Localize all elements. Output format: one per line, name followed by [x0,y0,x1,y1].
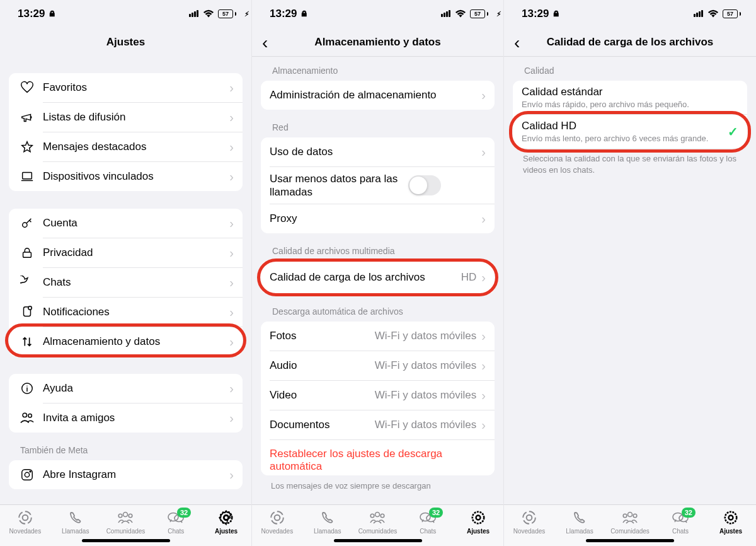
home-indicator[interactable] [334,539,422,542]
tab-comunidades[interactable]: Comunidades [605,509,655,535]
tab-chats[interactable]: Chats32 [151,509,201,535]
row-reset-autodownload[interactable]: Restablecer los ajustes de descarga auto… [261,440,495,475]
chevron-right-icon: › [229,110,234,125]
tab-chats[interactable]: Chats32 [655,509,706,535]
section-red: Red [252,110,503,137]
row-chats[interactable]: Chats › [9,268,243,297]
row-privacidad[interactable]: Privacidad › [9,238,243,267]
chevron-right-icon: › [481,145,486,160]
nav-header: Ajustes [0,28,251,57]
chevron-right-icon: › [229,468,234,482]
row-calidad-carga[interactable]: Calidad de carga de los archivos HD › [261,261,495,294]
svg-point-7 [28,414,32,418]
chevron-right-icon: › [229,140,234,154]
home-indicator[interactable] [82,539,170,542]
voice-note-footnote: Los mensajes de voz siempre se descargan [252,475,503,492]
row-destacados[interactable]: Mensajes destacados › [9,132,243,161]
chevron-right-icon: › [229,305,234,320]
battery-icon: ⚡︎57 [723,9,741,18]
phone-icon [572,509,587,526]
status-icon [269,509,285,526]
people-icon [18,411,37,425]
row-invita[interactable]: Invita a amigos › [9,404,243,433]
tab-llamadas[interactable]: Llamadas [302,509,353,535]
tab-ajustes[interactable]: Ajustes [706,509,756,535]
svg-point-4 [28,306,32,310]
back-button[interactable]: ‹ [509,32,525,54]
quality-footnote: Selecciona la calidad con la que se envi… [504,148,756,175]
tab-ajustes[interactable]: Ajustes [201,509,251,535]
row-favoritos[interactable]: Favoritos › [9,73,243,102]
tab-comunidades[interactable]: Comunidades [353,509,403,535]
laptop-icon [18,170,37,183]
wifi-icon [455,9,466,18]
row-usar-menos[interactable]: Usar menos datos para las llamadas [261,167,495,204]
lock-icon: 🔒︎ [49,9,56,18]
svg-point-14 [119,514,123,518]
row-administracion[interactable]: Administración de almacenamiento › [261,81,495,110]
community-icon [117,509,134,526]
check-icon: ✓ [728,124,738,139]
row-almacenamiento[interactable]: Almacenamiento y datos › [9,327,243,356]
chevron-right-icon: › [481,388,486,403]
section-almacenamiento: Almacenamiento [252,57,503,81]
screen-almacenamiento-datos: 13:29🔒︎ ⚡︎57 ‹ Almacenamiento y datos Al… [252,0,504,546]
chevron-right-icon: › [229,411,234,426]
key-icon [18,216,37,230]
row-audio[interactable]: AudioWi-Fi y datos móviles› [261,351,495,380]
wifi-icon [707,9,719,18]
bell-icon [18,305,37,319]
lock-icon: 🔒︎ [553,9,560,18]
row-dispositivos[interactable]: Dispositivos vinculados › [9,162,243,191]
signal-icon [694,8,704,20]
lock-icon [18,246,37,260]
back-button[interactable]: ‹ [257,32,273,54]
tab-novedades[interactable]: Novedades [252,509,302,535]
svg-point-32 [623,514,627,518]
row-listas[interactable]: Listas de difusión › [9,103,243,132]
row-ayuda[interactable]: Ayuda › [9,374,243,403]
status-bar: 13:29 🔒︎ ⚡︎ 57 [0,0,251,28]
status-icon [521,509,537,526]
svg-point-30 [527,515,532,521]
chats-badge: 32 [682,508,696,518]
svg-point-36 [725,512,736,523]
home-indicator[interactable] [586,539,674,542]
svg-point-19 [224,516,229,520]
row-video[interactable]: VideoWi-Fi y datos móviles› [261,381,495,410]
chevron-right-icon: › [229,276,234,290]
svg-point-28 [476,516,481,520]
row-uso-datos[interactable]: Uso de datos › [261,137,495,166]
signal-icon [189,8,199,20]
nav-header: ‹ Calidad de carga de los archivos [504,28,756,57]
row-calidad-estandar[interactable]: Calidad estándar Envío más rápido, pero … [513,81,747,114]
status-time: 13:29 [270,8,297,20]
chevron-right-icon: › [481,418,486,433]
chevron-right-icon: › [481,329,486,344]
row-instagram[interactable]: Abre Instagram › [9,460,243,489]
svg-point-13 [123,513,128,517]
chevron-right-icon: › [481,88,486,103]
svg-point-15 [129,514,133,518]
tab-ajustes[interactable]: Ajustes [453,509,503,535]
row-fotos[interactable]: FotosWi-Fi y datos móviles› [261,322,495,351]
tab-novedades[interactable]: Novedades [0,509,50,535]
row-calidad-hd[interactable]: Calidad HD Envío más lento, pero archivo… [513,115,747,148]
chevron-right-icon: › [229,81,234,95]
section-descarga: Descarga automática de archivos [252,294,503,322]
chevron-right-icon: › [229,381,234,396]
row-proxy[interactable]: Proxy › [261,204,495,233]
tab-comunidades[interactable]: Comunidades [101,509,151,535]
row-documentos[interactable]: DocumentosWi-Fi y datos móviles› [261,410,495,439]
row-cuenta[interactable]: Cuenta › [9,209,243,238]
status-bar: 13:29🔒︎ ⚡︎57 [504,0,756,28]
row-notificaciones[interactable]: Notificaciones › [9,298,243,327]
tab-llamadas[interactable]: Llamadas [50,509,101,535]
tab-chats[interactable]: Chats32 [403,509,453,535]
phone-icon [320,509,335,526]
chevron-right-icon: › [229,335,234,349]
tab-novedades[interactable]: Novedades [504,509,554,535]
toggle-less-data[interactable] [408,175,441,195]
svg-point-22 [375,513,380,517]
tab-llamadas[interactable]: Llamadas [554,509,605,535]
